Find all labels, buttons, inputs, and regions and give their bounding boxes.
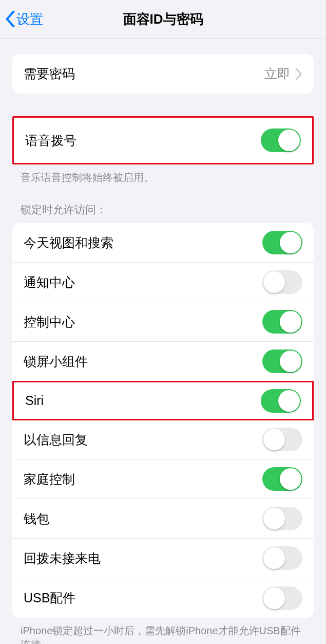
usb-accessories-row: USB配件 xyxy=(12,578,314,618)
return-missed-calls-label: 回拨未接来电 xyxy=(24,550,101,567)
toggle-knob xyxy=(278,130,300,151)
lock-access-footer: iPhone锁定超过一小时后，需先解锁iPhone才能允许USB配件连接。 xyxy=(0,618,326,644)
siri-label: Siri xyxy=(25,393,44,408)
toggle-knob xyxy=(263,587,285,609)
control-center-label: 控制中心 xyxy=(24,314,75,330)
toggle-knob xyxy=(280,351,301,372)
today-view-row: 今天视图和搜索 xyxy=(12,223,314,263)
siri-toggle[interactable] xyxy=(261,389,301,413)
reply-with-message-toggle[interactable] xyxy=(262,428,302,451)
voice-dial-footer: 音乐语音控制将始终被启用。 xyxy=(0,164,326,185)
lock-screen-widgets-row: 锁屏小组件 xyxy=(12,342,314,381)
lock-screen-widgets-toggle[interactable] xyxy=(262,349,302,373)
require-passcode-label: 需要密码 xyxy=(24,65,75,82)
today-view-toggle[interactable] xyxy=(262,231,302,254)
wallet-row: 钱包 xyxy=(12,499,314,539)
back-button[interactable]: 设置 xyxy=(5,10,43,28)
home-control-row: 家庭控制 xyxy=(12,459,314,499)
voice-dial-label: 语音拨号 xyxy=(25,132,76,149)
lock-screen-widgets-label: 锁屏小组件 xyxy=(24,353,88,370)
toggle-knob xyxy=(280,311,301,333)
require-passcode-row[interactable]: 需要密码 立即 xyxy=(12,54,314,94)
siri-row-highlight: Siri xyxy=(12,381,314,420)
voice-dial-highlight: 语音拨号 xyxy=(12,116,314,164)
control-center-toggle[interactable] xyxy=(262,310,302,334)
voice-dial-toggle[interactable] xyxy=(261,128,301,152)
toggle-knob xyxy=(263,547,285,569)
require-passcode-group: 需要密码 立即 xyxy=(12,54,314,94)
lock-access-group: 今天视图和搜索 通知中心 控制中心 锁屏小组件 Siri xyxy=(12,223,314,618)
reply-with-message-row: 以信息回复 xyxy=(12,420,314,459)
chevron-left-icon xyxy=(5,11,15,27)
toggle-knob xyxy=(263,271,285,293)
wallet-toggle[interactable] xyxy=(262,507,302,530)
navigation-header: 设置 面容ID与密码 xyxy=(0,0,326,39)
return-missed-calls-row: 回拨未接来电 xyxy=(12,539,314,578)
control-center-row: 控制中心 xyxy=(12,302,314,342)
require-passcode-right: 立即 xyxy=(264,65,302,82)
toggle-knob xyxy=(280,468,301,490)
today-view-label: 今天视图和搜索 xyxy=(24,234,113,251)
back-label: 设置 xyxy=(16,10,43,28)
usb-accessories-toggle[interactable] xyxy=(262,586,302,610)
notification-center-label: 通知中心 xyxy=(24,274,75,291)
require-passcode-value: 立即 xyxy=(264,65,290,82)
reply-with-message-label: 以信息回复 xyxy=(24,431,88,448)
toggle-knob xyxy=(263,429,285,450)
chevron-right-icon xyxy=(295,68,302,80)
toggle-knob xyxy=(263,508,285,529)
usb-accessories-label: USB配件 xyxy=(24,590,75,606)
page-title: 面容ID与密码 xyxy=(123,10,203,28)
wallet-label: 钱包 xyxy=(24,510,49,527)
home-control-label: 家庭控制 xyxy=(24,471,75,488)
toggle-knob xyxy=(278,390,300,412)
return-missed-calls-toggle[interactable] xyxy=(262,546,302,570)
notification-center-toggle[interactable] xyxy=(262,270,302,294)
voice-dial-row: 语音拨号 xyxy=(14,118,312,163)
home-control-toggle[interactable] xyxy=(262,467,302,491)
lock-access-header: 锁定时允许访问： xyxy=(0,203,326,223)
notification-center-row: 通知中心 xyxy=(12,263,314,302)
toggle-knob xyxy=(280,232,301,253)
